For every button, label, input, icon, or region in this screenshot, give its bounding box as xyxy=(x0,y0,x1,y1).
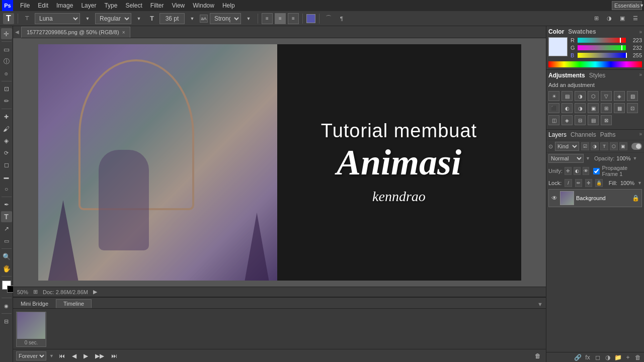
add-mask-button[interactable]: ◻ xyxy=(594,353,602,361)
align-center-button[interactable]: ≡ xyxy=(275,13,286,24)
menu-image[interactable]: Image xyxy=(52,1,77,10)
quick-mask-tool[interactable]: ◉ xyxy=(1,300,12,311)
swatches-tab[interactable]: Swatches xyxy=(568,28,596,35)
gradient-fill-icon[interactable]: ▤ xyxy=(588,115,599,125)
menu-select[interactable]: Select xyxy=(121,1,146,10)
document-tab[interactable]: 1577272099865.png @ 50% (RGB/8) × xyxy=(21,27,130,38)
color-picker[interactable] xyxy=(2,281,11,290)
menu-view[interactable]: View xyxy=(168,1,189,10)
font-size-input[interactable] xyxy=(159,13,185,24)
font-style-select[interactable]: Regular xyxy=(95,13,131,24)
colorbalance-icon[interactable]: ▧ xyxy=(627,91,638,101)
channelmixer-icon[interactable]: ◑ xyxy=(575,103,586,113)
lasso-tool[interactable]: ⓛ xyxy=(1,56,12,67)
shape-tool[interactable]: ▭ xyxy=(1,235,12,246)
path-select-tool[interactable]: ↗ xyxy=(1,223,12,234)
panel-toggle-icon[interactable]: ⊞ xyxy=(591,13,602,24)
new-layer-button[interactable]: + xyxy=(624,353,632,361)
zoom-tool[interactable]: 🔍 xyxy=(1,251,12,262)
next-frame-button[interactable]: ▶▶ xyxy=(93,351,106,360)
font-style-dropdown-icon[interactable]: ▼ xyxy=(133,13,144,24)
adj-panel-collapse[interactable]: » xyxy=(639,72,642,79)
zoom-icon[interactable]: ⊞ xyxy=(33,289,38,295)
menu-help[interactable]: Help xyxy=(218,1,239,10)
quick-select-tool[interactable]: ⌾ xyxy=(1,68,12,79)
new-group-button[interactable]: 📁 xyxy=(614,353,622,361)
menu-window[interactable]: Window xyxy=(189,1,218,10)
layers-panel-collapse[interactable]: » xyxy=(639,131,642,138)
antialiasing-dropdown-icon[interactable]: ▼ xyxy=(243,13,254,24)
screen-mode-tool[interactable]: ⊟ xyxy=(1,316,12,327)
menu-type[interactable]: Type xyxy=(100,1,121,10)
curves-icon[interactable]: ◑ xyxy=(575,91,586,101)
vibrance-icon[interactable]: ▽ xyxy=(601,91,612,101)
layers-tab[interactable]: Layers xyxy=(548,131,567,138)
blend-mode-select[interactable]: Normal xyxy=(548,154,584,163)
delete-layer-button[interactable]: 🗑 xyxy=(634,353,642,361)
align-right-button[interactable]: ≡ xyxy=(288,13,299,24)
character-panel-icon[interactable]: ¶ xyxy=(336,13,347,24)
gradient-tool[interactable]: ▬ xyxy=(1,171,12,183)
eyedropper-tool[interactable]: ✏ xyxy=(1,96,12,107)
paths-tab[interactable]: Paths xyxy=(600,131,616,138)
healing-tool[interactable]: ✚ xyxy=(1,111,12,122)
solidcolor-icon[interactable]: ⊟ xyxy=(575,115,586,125)
text-orientation-icon[interactable]: ⊤ xyxy=(22,13,33,24)
color-preview-swatch[interactable] xyxy=(548,37,568,56)
exposure-icon[interactable]: ⬡ xyxy=(588,91,599,101)
tab-timeline[interactable]: Timeline xyxy=(56,299,92,308)
history-tool[interactable]: ⟳ xyxy=(1,147,12,158)
unify-style-icon[interactable]: ◐ xyxy=(574,167,581,175)
tab-mini-bridge[interactable]: Mini Bridge xyxy=(13,299,56,308)
levels-icon[interactable]: ▤ xyxy=(561,91,573,101)
new-adjustment-button[interactable]: ◑ xyxy=(604,353,612,361)
menu-layer[interactable]: Layer xyxy=(77,1,100,10)
lock-pixels-icon[interactable]: ✏ xyxy=(575,179,582,187)
lock-position-icon[interactable]: ✛ xyxy=(585,179,592,187)
brush-tool[interactable]: 🖌 xyxy=(1,123,12,134)
posterize-icon[interactable]: ▦ xyxy=(614,103,625,113)
prev-frame-button[interactable]: ◀ xyxy=(70,351,78,360)
color-spectrum-bar[interactable] xyxy=(548,61,642,67)
dodge-tool[interactable]: ○ xyxy=(1,184,12,195)
propagate-frame-checkbox[interactable] xyxy=(593,168,600,174)
frame-thumbnail-1[interactable]: 0 sec. xyxy=(16,312,46,347)
gradientmap-icon[interactable]: ◈ xyxy=(561,115,573,125)
end-button[interactable]: ⏭ xyxy=(109,351,119,360)
rewind-button[interactable]: ⏮ xyxy=(57,351,67,360)
pen-tool[interactable]: ✒ xyxy=(1,199,12,210)
color-tab[interactable]: Color xyxy=(548,28,564,35)
pattern-fill-icon[interactable]: ⊠ xyxy=(601,115,612,125)
panel-collapse-button[interactable]: ▼ xyxy=(534,300,546,308)
delete-frame-button[interactable]: 🗑 xyxy=(533,351,543,360)
pixel-filter-icon[interactable]: ☑ xyxy=(581,142,589,150)
link-layers-button[interactable]: 🔗 xyxy=(574,353,582,361)
bw-icon[interactable]: ⬛ xyxy=(548,103,559,113)
filter-toggle[interactable] xyxy=(631,143,642,150)
shape-filter-icon[interactable]: ⬡ xyxy=(610,142,618,150)
document-tab-close[interactable]: × xyxy=(122,30,125,35)
styles-tab[interactable]: Styles xyxy=(589,72,606,79)
add-style-button[interactable]: fx xyxy=(584,353,592,361)
menu-filter[interactable]: Filter xyxy=(146,1,168,10)
adjustments-tab[interactable]: Adjustments xyxy=(548,72,585,79)
loop-select[interactable]: Forever xyxy=(16,351,46,360)
type-tool[interactable]: T xyxy=(1,211,12,222)
stamp-tool[interactable]: ◈ xyxy=(1,135,12,146)
threshold-icon[interactable]: ⊡ xyxy=(627,103,638,113)
menu-file[interactable]: File xyxy=(16,1,34,10)
eraser-tool[interactable]: ◻ xyxy=(1,159,12,170)
layer-item-background[interactable]: 👁 Background 🔒 xyxy=(548,189,642,207)
loop-dropdown-icon[interactable]: ▼ xyxy=(49,353,54,358)
type-filter-icon[interactable]: T xyxy=(600,142,608,150)
hand-tool[interactable]: 🖐 xyxy=(1,263,12,274)
marquee-tool[interactable]: ▭ xyxy=(1,44,12,55)
essentials-dropdown[interactable]: Essentials ▼ xyxy=(612,1,642,10)
3d-icon[interactable]: ▣ xyxy=(617,13,628,24)
photofilter-icon[interactable]: ◐ xyxy=(561,103,573,113)
invert-icon[interactable]: ⊞ xyxy=(601,103,612,113)
antialiasing-select[interactable]: Strong xyxy=(210,13,241,24)
type-tool-icon[interactable]: T xyxy=(3,13,14,24)
colorlookup-icon[interactable]: ▣ xyxy=(588,103,599,113)
warp-text-icon[interactable]: ⌒ xyxy=(323,13,334,24)
